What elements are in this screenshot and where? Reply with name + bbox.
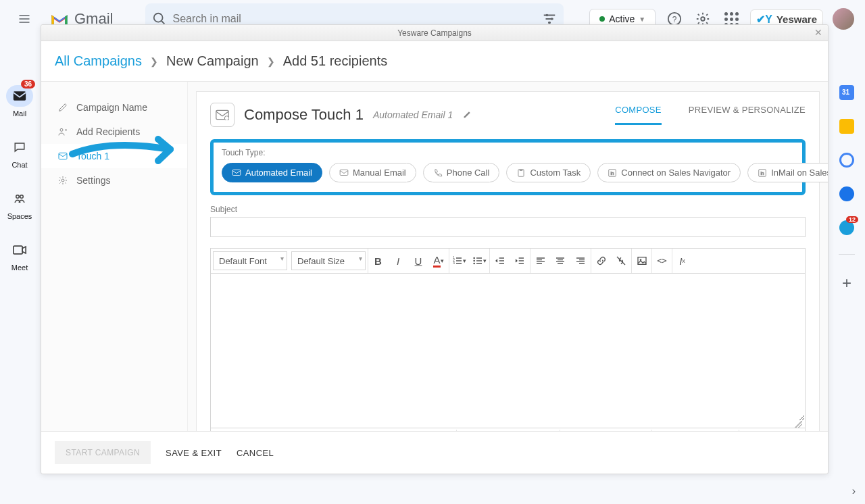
align-right-icon <box>575 255 586 266</box>
modal-titlebar: Yesware Campaigns ✕ <box>41 25 828 41</box>
clear-format-button[interactable]: Ix <box>672 249 692 273</box>
sidebar-item-label: Touch 1 <box>76 151 109 161</box>
align-center-icon <box>555 255 566 266</box>
svg-point-9 <box>20 195 24 199</box>
sidebar-add-recipients[interactable]: Add Recipients <box>41 120 187 144</box>
calendar-addon[interactable] <box>839 85 854 100</box>
keep-addon[interactable] <box>839 119 854 134</box>
account-avatar[interactable] <box>833 8 854 30</box>
edit-name-icon[interactable] <box>462 110 472 120</box>
align-center-button[interactable] <box>550 249 570 273</box>
svg-point-0 <box>154 14 163 22</box>
people-icon <box>57 126 68 137</box>
breadcrumb-add-recipients: Add 51 recipients <box>283 53 388 69</box>
sidebar-settings[interactable]: Settings <box>41 168 187 193</box>
chevron-down-icon: ▼ <box>639 16 645 23</box>
contacts-addon[interactable] <box>839 186 854 201</box>
gmail-left-rail: 36 Mail Chat Spaces Meet <box>0 38 39 291</box>
bullet-list-icon <box>472 255 483 266</box>
save-exit-button[interactable]: SAVE & EXIT <box>166 448 222 458</box>
underline-button[interactable]: U <box>408 249 428 273</box>
svg-rect-29 <box>638 257 646 265</box>
chevron-right-icon: ❯ <box>150 56 158 67</box>
svg-text:in: in <box>611 170 614 175</box>
chat-icon <box>13 141 26 153</box>
rail-mail[interactable]: 36 Mail <box>0 85 39 118</box>
yesware-addon[interactable]: 12 <box>839 220 854 235</box>
hide-panel-chevron-icon[interactable]: › <box>852 485 856 497</box>
mail-icon <box>339 168 349 178</box>
code-view-button[interactable]: <> <box>651 249 672 273</box>
search-input[interactable] <box>167 13 542 25</box>
italic-button[interactable]: I <box>388 249 408 273</box>
chip-label: Custom Task <box>530 168 580 178</box>
chip-custom-task[interactable]: Custom Task <box>506 163 591 182</box>
linkedin-icon: in <box>758 168 767 178</box>
link-icon <box>596 255 607 266</box>
rail-meet-label: Meet <box>11 263 28 272</box>
chip-connect-navigator[interactable]: in Connect on Sales Navigator <box>597 163 741 182</box>
link-button[interactable] <box>591 249 611 273</box>
image-icon <box>637 255 647 266</box>
rail-spaces[interactable]: Spaces <box>0 188 39 220</box>
svg-point-11 <box>60 128 63 131</box>
mail-icon <box>13 91 26 101</box>
text-color-button[interactable]: A▾ <box>428 249 449 273</box>
font-family-select[interactable]: Default Font <box>213 251 287 270</box>
subject-input[interactable] <box>210 217 806 237</box>
chip-label: Manual Email <box>353 168 406 178</box>
mail-auto-icon <box>232 168 241 178</box>
chip-inmail-navigator[interactable]: in InMail on Sales Navigator <box>747 163 828 182</box>
linkedin-icon: in <box>608 168 617 178</box>
image-button[interactable] <box>631 249 651 273</box>
modal-title: Yesware Campaigns <box>397 28 472 38</box>
bold-button[interactable]: B <box>368 249 388 273</box>
svg-rect-7 <box>14 91 26 100</box>
sidebar-item-label: Campaign Name <box>76 102 147 113</box>
hamburger-icon <box>18 12 31 26</box>
tab-compose[interactable]: COMPOSE <box>615 105 662 125</box>
breadcrumb-all-campaigns[interactable]: All Campaigns <box>55 53 142 69</box>
chip-manual-email[interactable]: Manual Email <box>329 163 416 182</box>
align-left-button[interactable] <box>530 249 550 273</box>
rail-chat[interactable]: Chat <box>0 136 39 169</box>
svg-point-26 <box>473 257 475 259</box>
google-side-panel: 12 + <box>829 38 865 293</box>
clipboard-icon <box>516 168 526 178</box>
chip-automated-email[interactable]: Automated Email <box>222 163 322 182</box>
main-menu-button[interactable] <box>11 5 38 32</box>
start-campaign-button[interactable]: START CAMPAIGN <box>55 441 151 464</box>
status-label: Active <box>609 14 635 24</box>
close-button[interactable]: ✕ <box>814 27 822 38</box>
unlink-button[interactable] <box>611 249 631 273</box>
sidebar-campaign-name[interactable]: Campaign Name <box>41 95 187 120</box>
sidebar-touch-1[interactable]: Touch 1 <box>41 144 187 168</box>
svg-point-1 <box>546 14 549 17</box>
svg-text:3: 3 <box>453 261 455 265</box>
modal-body: Campaign Name Add Recipients Touch 1 Set… <box>41 82 828 431</box>
unordered-list-button[interactable]: ▾ <box>469 249 489 273</box>
font-size-select[interactable]: Default Size <box>291 251 366 270</box>
outdent-button[interactable] <box>489 249 510 273</box>
subject-label: Subject <box>210 205 806 214</box>
editor-body[interactable] <box>211 274 805 421</box>
editor-resize-handle[interactable] <box>211 421 805 428</box>
svg-point-15 <box>224 116 229 120</box>
cancel-button[interactable]: CANCEL <box>237 448 274 458</box>
chip-phone-call[interactable]: Phone Call <box>423 163 500 182</box>
rail-divider <box>839 254 855 255</box>
unlink-icon <box>616 255 626 266</box>
get-addons-button[interactable]: + <box>842 274 851 293</box>
tasks-addon[interactable] <box>839 153 854 168</box>
ordered-list-button[interactable]: 123▾ <box>449 249 469 273</box>
breadcrumb-new-campaign: New Campaign <box>166 53 259 69</box>
svg-rect-10 <box>14 246 22 254</box>
tab-preview[interactable]: PREVIEW & PERSONALIZE <box>689 105 806 125</box>
chevron-right-icon: ❯ <box>267 56 275 67</box>
indent-button[interactable] <box>510 249 530 273</box>
align-right-button[interactable] <box>570 249 591 273</box>
rail-meet[interactable]: Meet <box>0 239 39 272</box>
phone-icon <box>433 168 443 178</box>
breadcrumb: All Campaigns ❯ New Campaign ❯ Add 51 re… <box>41 41 828 82</box>
chip-label: InMail on Sales Navigator <box>771 168 828 178</box>
